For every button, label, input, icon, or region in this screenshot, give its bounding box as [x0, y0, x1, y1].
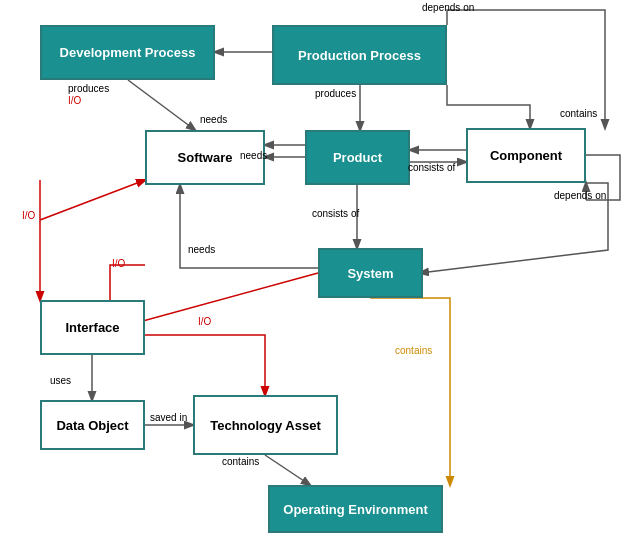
label-produces-prod: produces [315, 88, 356, 99]
product-node: Product [305, 130, 410, 185]
dev-process-node: Development Process [40, 25, 215, 80]
svg-line-8 [40, 180, 145, 220]
label-needs-top: needs [200, 114, 227, 125]
prod-process-node: Production Process [272, 25, 447, 85]
tech-asset-node: Technology Asset [193, 395, 338, 455]
label-consists-of-sys: consists of [312, 208, 359, 219]
label-produces-dev: produces [68, 83, 109, 94]
oper-env-node: Operating Environment [268, 485, 443, 533]
label-contains-oper: contains [395, 345, 432, 356]
label-io-tech: I/O [198, 316, 211, 327]
label-saved-in: saved in [150, 412, 187, 423]
label-contains-comp: contains [560, 108, 597, 119]
svg-line-2 [128, 80, 195, 130]
data-object-node: Data Object [40, 400, 145, 450]
diagram-container: Development Process Production Process S… [0, 0, 638, 536]
label-contains-oe: contains [222, 456, 259, 467]
label-depends-on-comp: depends on [554, 190, 606, 201]
component-node: Component [466, 128, 586, 183]
system-node: System [318, 248, 423, 298]
label-needs-sys: needs [188, 244, 215, 255]
label-consists-of-comp: consists of [408, 162, 455, 173]
label-io-left: I/O [22, 210, 35, 221]
label-io-sys: I/O [112, 258, 125, 269]
label-io-dev: I/O [68, 95, 81, 106]
label-needs-prod-soft: needs [240, 150, 267, 161]
label-uses: uses [50, 375, 71, 386]
svg-line-12 [265, 455, 310, 485]
label-depends-on: depends on [422, 2, 474, 13]
interface-node: Interface [40, 300, 145, 355]
